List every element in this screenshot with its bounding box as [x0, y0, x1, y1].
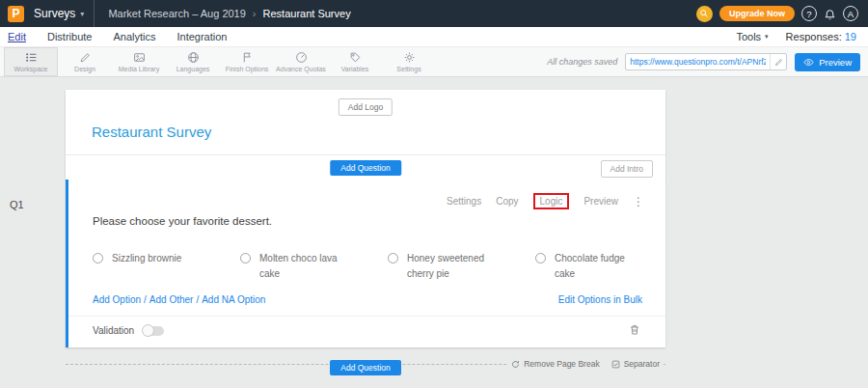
page-break-controls: Remove Page Break Separator	[507, 359, 664, 369]
responses-count: 19	[845, 31, 856, 42]
variables-icon	[349, 51, 362, 64]
add-question-button-bottom[interactable]: Add Question	[330, 360, 401, 375]
workspace-icon	[25, 51, 38, 64]
answer-options: Sizzling brownie Molten choco lava cake …	[93, 251, 683, 282]
media-library-icon	[133, 51, 146, 64]
validation-row: Validation	[93, 325, 164, 336]
tab-edit[interactable]: Edit	[8, 31, 26, 42]
question-number: Q1	[10, 199, 24, 210]
tab-analytics[interactable]: Analytics	[113, 31, 155, 42]
add-na-option-link[interactable]: Add NA Option	[202, 294, 265, 305]
toolbar-item-label: Settings	[396, 66, 420, 72]
refresh-icon	[511, 360, 520, 369]
edit-url-button[interactable]	[770, 54, 786, 69]
remove-page-break-label: Remove Page Break	[524, 359, 599, 369]
question-settings-link[interactable]: Settings	[447, 196, 481, 207]
surveys-menu[interactable]: Surveys ▾	[34, 7, 84, 20]
radio-button[interactable]	[535, 253, 546, 263]
help-button[interactable]: ?	[801, 6, 817, 21]
separator-toggle[interactable]: Separator	[611, 359, 660, 369]
toolbar-item-design[interactable]: Design	[58, 47, 112, 76]
divider	[68, 316, 665, 317]
search-icon	[699, 9, 709, 18]
question-logic-link[interactable]: Logic	[533, 193, 570, 209]
preview-button[interactable]: Preview	[795, 53, 860, 71]
separator-label: Separator	[624, 359, 660, 369]
survey-url-input[interactable]	[626, 57, 770, 67]
answer-option-label[interactable]: Molten choco lava cake	[259, 251, 351, 282]
toolbar-item-variables[interactable]: Variables	[328, 47, 382, 76]
topbar-actions: Upgrade Now ? A	[696, 6, 858, 22]
survey-url-box	[625, 53, 787, 70]
question-text[interactable]: Please choose your favorite dessert.	[93, 215, 272, 227]
upgrade-now-button[interactable]: Upgrade Now	[719, 6, 795, 21]
more-options-icon[interactable]: ⋮	[633, 195, 644, 208]
toolbar-right: All changes saved Preview	[547, 47, 860, 76]
answer-option: Molten choco lava cake	[240, 251, 388, 282]
question-copy-link[interactable]: Copy	[496, 196, 518, 207]
add-other-link[interactable]: Add Other	[149, 294, 194, 305]
radio-button[interactable]	[240, 253, 251, 263]
toggle-knob	[142, 324, 154, 337]
save-status: All changes saved	[547, 57, 617, 67]
toolbar-item-advance-quotas[interactable]: Advance Quotas	[274, 47, 328, 76]
add-question-button-top[interactable]: Add Question	[330, 160, 401, 176]
answer-option: Honey sweetened cherry pie	[388, 251, 535, 282]
search-button[interactable]	[696, 6, 713, 22]
bell-icon	[824, 8, 836, 20]
survey-title[interactable]: Restaurant Survey	[92, 124, 211, 140]
responses-link[interactable]: Responses: 19	[786, 31, 856, 42]
answer-option: Chocolate fudge cake	[535, 251, 683, 282]
topbar: P Surveys ▾ Market Research – Aug 2019 ›…	[0, 0, 868, 27]
breadcrumb: Market Research – Aug 2019 › Restaurant …	[94, 0, 350, 27]
notifications-button[interactable]	[824, 8, 836, 20]
question-card: Settings Copy Logic Preview ⋮ Please cho…	[66, 180, 665, 347]
tab-integration[interactable]: Integration	[176, 31, 227, 42]
delete-question-button[interactable]	[629, 322, 640, 340]
answer-option-label[interactable]: Sizzling brownie	[112, 251, 181, 266]
answer-option-label[interactable]: Honey sweetened cherry pie	[407, 251, 499, 282]
question-preview-link[interactable]: Preview	[583, 196, 618, 207]
toolbar-item-finish-options[interactable]: Finish Options	[220, 47, 274, 76]
answer-option-label[interactable]: Chocolate fudge cake	[555, 251, 646, 282]
divider	[66, 154, 665, 155]
toolbar-item-label: Design	[74, 66, 95, 72]
add-option-link[interactable]: Add Option	[93, 294, 141, 305]
remove-page-break-link[interactable]: Remove Page Break	[511, 359, 599, 369]
finish-options-icon	[241, 51, 254, 64]
tools-menu[interactable]: Tools ▾	[736, 31, 768, 42]
chevron-down-icon: ▾	[80, 10, 84, 18]
validation-toggle[interactable]	[143, 326, 164, 336]
toolbar-item-workspace[interactable]: Workspace	[4, 47, 58, 76]
link-separator: /	[196, 294, 199, 305]
trash-icon	[629, 323, 640, 336]
toolbar-item-settings[interactable]: Settings	[382, 47, 436, 76]
answer-option: Sizzling brownie	[93, 251, 240, 282]
breadcrumb-current: Restaurant Survey	[263, 8, 351, 19]
preview-button-label: Preview	[819, 57, 852, 68]
option-links: Add Option/Add Other/Add NA Option	[93, 294, 265, 305]
questionpro-logo[interactable]: P	[8, 6, 24, 22]
survey-header-card: Add Logo Restaurant Survey Add Question …	[66, 90, 665, 180]
toolbar-item-label: Workspace	[14, 66, 48, 72]
pencil-icon	[774, 58, 783, 67]
toolbar-item-label: Finish Options	[226, 66, 269, 72]
workspace-canvas: Q1 Add Logo Restaurant Survey Add Questi…	[0, 77, 868, 388]
design-icon	[79, 51, 92, 64]
link-separator: /	[144, 294, 147, 305]
chevron-down-icon: ▾	[765, 33, 769, 41]
radio-button[interactable]	[388, 253, 398, 263]
account-button[interactable]: A	[843, 6, 858, 21]
radio-button[interactable]	[93, 253, 103, 263]
checkbox-checked-icon	[611, 360, 620, 369]
breadcrumb-parent[interactable]: Market Research – Aug 2019	[108, 8, 245, 19]
toolbar-item-languages[interactable]: Languages	[166, 47, 220, 76]
question-actions: Settings Copy Logic Preview ⋮	[447, 193, 644, 209]
toolbar-item-label: Advance Quotas	[276, 66, 326, 72]
edit-options-in-bulk-link[interactable]: Edit Options in Bulk	[558, 294, 642, 305]
eye-icon	[803, 57, 814, 68]
tab-distribute[interactable]: Distribute	[47, 31, 92, 42]
add-intro-button[interactable]: Add Intro	[601, 160, 654, 178]
add-logo-button[interactable]: Add Logo	[339, 98, 393, 116]
toolbar-item-media-library[interactable]: Media Library	[112, 47, 166, 76]
